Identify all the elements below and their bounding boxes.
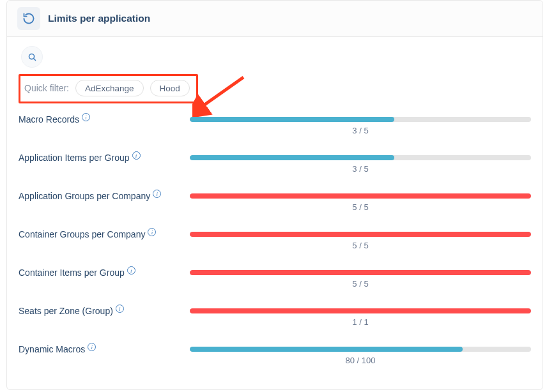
limits-panel: Limits per application Quick filter: AdE… — [6, 0, 543, 390]
limit-label: Container Items per Group — [19, 268, 125, 278]
limit-bar-column: 5 / 5 — [190, 192, 531, 212]
limit-label: Dynamic Macros — [19, 345, 85, 354]
quick-filter-chip-hood[interactable]: Hood — [150, 80, 190, 96]
progress-fill — [190, 270, 531, 275]
limit-count: 5 / 5 — [190, 241, 531, 250]
limit-count: 5 / 5 — [190, 279, 531, 289]
info-icon[interactable]: i — [116, 305, 124, 313]
refresh-icon — [22, 12, 35, 25]
limit-label: Application Items per Group — [19, 153, 130, 163]
svg-line-1 — [33, 58, 35, 60]
progress-fill — [190, 155, 394, 160]
info-icon[interactable]: i — [132, 151, 141, 160]
progress-track — [190, 232, 531, 237]
search-button[interactable] — [21, 46, 43, 68]
limits-list: Macro Records i 3 / 5 Application Items … — [19, 115, 531, 365]
limit-row: Dynamic Macros i 80 / 100 — [19, 345, 531, 365]
info-icon[interactable]: i — [127, 266, 135, 275]
progress-track — [190, 270, 531, 275]
limit-row: Seats per Zone (Group) i 1 / 1 — [19, 306, 531, 327]
panel-title: Limits per application — [48, 13, 150, 24]
limit-count: 3 / 5 — [190, 164, 531, 174]
progress-fill — [190, 117, 394, 122]
progress-track — [190, 193, 531, 199]
annotation-arrow-icon — [192, 72, 250, 117]
progress-fill — [190, 232, 531, 237]
progress-fill — [190, 347, 463, 352]
progress-track — [190, 347, 531, 352]
limit-count: 80 / 100 — [190, 356, 531, 365]
info-icon[interactable]: i — [153, 190, 161, 198]
limit-label: Container Groups per Company — [19, 230, 145, 239]
quick-filter-area: Quick filter: AdExchange Hood — [19, 74, 198, 103]
limit-label-wrap: Container Groups per Company i — [19, 230, 185, 239]
info-icon[interactable]: i — [82, 113, 90, 121]
progress-track — [190, 308, 531, 313]
quick-filter-chip-adexchange[interactable]: AdExchange — [75, 80, 144, 96]
limit-count: 1 / 1 — [190, 317, 531, 327]
progress-fill — [190, 308, 531, 313]
limit-label: Application Groups per Company — [19, 192, 150, 201]
limit-label-wrap: Macro Records i — [19, 115, 185, 124]
limit-bar-column: 5 / 5 — [190, 268, 531, 289]
limit-label: Seats per Zone (Group) — [19, 306, 113, 316]
progress-fill — [190, 193, 531, 199]
limit-bar-column: 3 / 5 — [190, 153, 531, 174]
limit-bar-column: 80 / 100 — [190, 345, 531, 365]
limit-bar-column: 1 / 1 — [190, 306, 531, 327]
limit-row: Container Items per Group i 5 / 5 — [19, 268, 531, 289]
limit-row: Macro Records i 3 / 5 — [19, 115, 531, 135]
limit-label: Macro Records — [19, 115, 79, 124]
info-icon[interactable]: i — [88, 343, 96, 351]
progress-track — [190, 117, 531, 122]
limit-row: Application Items per Group i 3 / 5 — [19, 153, 531, 174]
svg-line-3 — [200, 77, 243, 108]
quick-filter-label: Quick filter: — [24, 83, 69, 93]
limit-row: Container Groups per Company i 5 / 5 — [19, 230, 531, 250]
limit-label-wrap: Dynamic Macros i — [19, 345, 185, 354]
limit-label-wrap: Application Groups per Company i — [19, 192, 185, 201]
search-icon — [27, 52, 37, 62]
limit-row: Application Groups per Company i 5 / 5 — [19, 192, 531, 212]
limit-label-wrap: Container Items per Group i — [19, 268, 185, 278]
header-icon-wrap — [17, 7, 40, 30]
info-icon[interactable]: i — [148, 228, 156, 236]
progress-track — [190, 155, 531, 160]
limit-count: 3 / 5 — [190, 126, 531, 135]
panel-body: Quick filter: AdExchange Hood Macro Reco… — [7, 37, 543, 389]
limit-bar-column: 5 / 5 — [190, 230, 531, 250]
limit-label-wrap: Application Items per Group i — [19, 153, 185, 163]
limit-bar-column: 3 / 5 — [190, 115, 531, 135]
limit-count: 5 / 5 — [190, 202, 531, 212]
panel-header: Limits per application — [7, 1, 543, 37]
limit-label-wrap: Seats per Zone (Group) i — [19, 306, 185, 316]
